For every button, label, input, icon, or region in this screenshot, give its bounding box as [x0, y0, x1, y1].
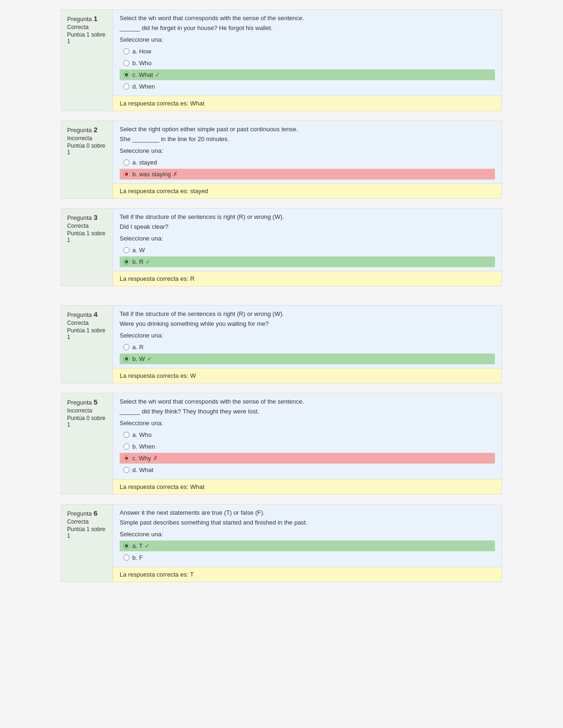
question-number-4: Pregunta 4 [67, 310, 107, 318]
question-status-3: Correcta [67, 223, 107, 229]
seleccione-label-1: Seleccione una: [120, 36, 495, 43]
question-sentence-4: Were you drinking something while you wa… [120, 320, 495, 327]
option-item-4-0[interactable]: a. R [120, 342, 495, 353]
question-main-4: Tell if the structure of the sentences i… [113, 306, 502, 383]
option-radio-1-2[interactable] [123, 72, 129, 78]
option-item-3-1[interactable]: b. R✓ [120, 256, 495, 267]
question-sidebar-4: Pregunta 4CorrectaPuntúa 1 sobre 1 [61, 306, 113, 383]
option-item-6-0[interactable]: a. T✓ [120, 540, 495, 551]
option-radio-5-1[interactable] [123, 443, 129, 450]
option-label-5-1: b. When [132, 443, 155, 450]
question-main-2: Select the right option either simple pa… [113, 121, 502, 198]
option-radio-2-1[interactable] [123, 171, 129, 177]
question-block-4: Pregunta 4CorrectaPuntúa 1 sobre 1Tell i… [61, 305, 502, 383]
cross-mark-5-2: ✗ [153, 455, 158, 462]
option-radio-5-2[interactable] [123, 455, 129, 461]
option-label-3-1: b. R [132, 258, 144, 265]
option-radio-1-1[interactable] [123, 60, 129, 66]
question-block-6: Pregunta 6CorrectaPuntúa 1 sobre 1Answer… [61, 504, 502, 582]
option-item-5-0[interactable]: a. Who [120, 429, 495, 440]
option-item-5-2[interactable]: c. Why✗ [120, 453, 495, 464]
question-instruction-3: Tell if the structure of the sentences i… [120, 213, 495, 220]
option-label-1-2: c. What [132, 71, 153, 78]
option-radio-5-3[interactable] [123, 467, 129, 473]
question-status-6: Correcta [67, 518, 107, 525]
question-number-2: Pregunta 2 [67, 126, 107, 134]
question-main-5: Select the wh word that corresponds with… [113, 393, 502, 494]
option-radio-2-0[interactable] [123, 159, 129, 165]
seleccione-label-5: Seleccione una: [120, 420, 495, 427]
option-item-2-1[interactable]: b. was staying✗ [120, 169, 495, 180]
question-status-4: Correcta [67, 320, 107, 326]
option-label-4-0: a. R [132, 344, 144, 351]
question-sidebar-6: Pregunta 6CorrectaPuntúa 1 sobre 1 [61, 504, 113, 582]
options-list-4: a. Rb. W✓ [120, 342, 495, 364]
option-item-5-1[interactable]: b. When [120, 441, 495, 452]
seleccione-label-3: Seleccione una: [120, 235, 495, 242]
cross-mark-2-1: ✗ [173, 171, 178, 178]
option-item-1-0[interactable]: a. How [120, 46, 495, 57]
question-sentence-2: She ________ in the line for 20 minutes. [120, 135, 495, 143]
question-sentence-3: Did I speak clear? [120, 223, 495, 230]
option-radio-1-0[interactable] [123, 48, 129, 54]
option-radio-3-0[interactable] [123, 247, 129, 253]
option-item-5-3[interactable]: d. What [120, 465, 495, 475]
question-sentence-6: Simple past describes something that sta… [120, 519, 495, 526]
question-main-1: Select the wh word that corresponds with… [113, 10, 502, 111]
option-label-2-0: a. stayed [132, 159, 157, 166]
question-score-6: Puntúa 1 sobre 1 [67, 526, 107, 539]
options-list-1: a. Howb. Whoc. What✓d. When [120, 46, 495, 92]
option-radio-3-1[interactable] [123, 259, 129, 265]
options-list-2: a. stayedb. was staying✗ [120, 157, 495, 180]
question-main-3: Tell if the structure of the sentences i… [113, 209, 502, 286]
question-status-1: Correcta [67, 24, 107, 30]
question-instruction-1: Select the wh word that corresponds with… [120, 15, 495, 22]
answer-footer-2: La respuesta correcta es: stayed [113, 183, 502, 198]
question-main-6: Answer it the next statements are true (… [113, 504, 502, 582]
question-score-3: Puntúa 1 sobre 1 [67, 230, 107, 243]
question-block-3: Pregunta 3CorrectaPuntúa 1 sobre 1Tell i… [61, 208, 502, 286]
option-radio-6-0[interactable] [123, 543, 129, 549]
option-label-6-0: a. T [132, 542, 143, 549]
answer-footer-3: La respuesta correcta es: R [113, 271, 502, 286]
question-score-5: Puntúa 0 sobre 1 [67, 415, 107, 428]
question-block-2: Pregunta 2IncorrectaPuntúa 0 sobre 1Sele… [61, 120, 502, 199]
option-label-6-1: b. F [132, 554, 143, 561]
answer-footer-4: La respuesta correcta es: W [113, 368, 502, 383]
option-label-3-0: a. W [132, 247, 145, 254]
option-radio-4-0[interactable] [123, 344, 129, 350]
question-instruction-6: Answer it the next statements are true (… [120, 509, 495, 516]
option-label-1-3: d. When [132, 83, 155, 90]
option-radio-4-1[interactable] [123, 356, 129, 362]
option-label-4-1: b. W [132, 355, 145, 362]
option-item-6-1[interactable]: b. F [120, 552, 495, 563]
check-mark-1-2: ✓ [155, 71, 160, 78]
question-score-2: Puntúa 0 sobre 1 [67, 143, 107, 156]
question-sidebar-2: Pregunta 2IncorrectaPuntúa 0 sobre 1 [61, 121, 113, 198]
question-instruction-2: Select the right option either simple pa… [120, 126, 495, 133]
question-number-3: Pregunta 3 [67, 213, 107, 221]
question-status-2: Incorrecta [67, 135, 107, 142]
option-item-1-1[interactable]: b. Who [120, 58, 495, 68]
option-radio-6-1[interactable] [123, 555, 129, 561]
option-radio-1-3[interactable] [123, 83, 129, 90]
option-item-2-0[interactable]: a. stayed [120, 157, 495, 168]
question-sentence-5: ______ did they think? They thought they… [120, 408, 495, 415]
question-instruction-4: Tell if the structure of the sentences i… [120, 310, 495, 317]
option-item-1-3[interactable]: d. When [120, 81, 495, 92]
question-block-1: Pregunta 1CorrectaPuntúa 1 sobre 1Select… [61, 9, 502, 111]
question-status-5: Incorrecta [67, 407, 107, 414]
options-list-3: a. Wb. R✓ [120, 245, 495, 267]
check-mark-6-0: ✓ [145, 542, 150, 549]
question-score-4: Puntúa 1 sobre 1 [67, 327, 107, 340]
option-item-3-0[interactable]: a. W [120, 245, 495, 255]
option-label-5-0: a. Who [132, 431, 152, 438]
question-sidebar-3: Pregunta 3CorrectaPuntúa 1 sobre 1 [61, 209, 113, 286]
option-label-5-2: c. Why [132, 455, 151, 462]
option-item-1-2[interactable]: c. What✓ [120, 69, 495, 80]
option-item-4-1[interactable]: b. W✓ [120, 353, 495, 364]
option-label-1-0: a. How [132, 48, 151, 55]
option-radio-5-0[interactable] [123, 432, 129, 438]
seleccione-label-4: Seleccione una: [120, 332, 495, 339]
question-sentence-1: ______ did he forget in your house? He f… [120, 24, 495, 31]
